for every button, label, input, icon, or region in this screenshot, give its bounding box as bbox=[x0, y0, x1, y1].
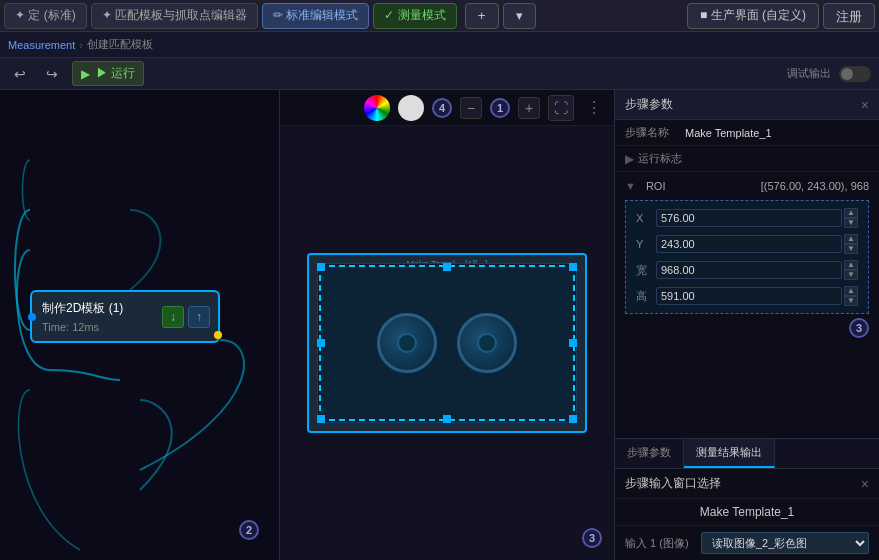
cassette-image: Make Templ... [1][...] bbox=[307, 253, 587, 433]
white-balance-icon[interactable] bbox=[398, 95, 424, 121]
input-source-select[interactable]: 读取图像_2_彩色图 bbox=[701, 532, 869, 554]
param-run-flag: ▶ 运行标志 bbox=[615, 146, 879, 172]
tab-step-params[interactable]: 步骤参数 bbox=[615, 439, 684, 468]
badge-4: 4 bbox=[432, 98, 452, 118]
param-step-name: 步骤名称 Make Template_1 bbox=[615, 120, 879, 146]
action-bar: ↩ ↪ ▶ ▶ 运行 调试输出 bbox=[0, 58, 879, 90]
tab-standard-edit-label: ✏ 标准编辑模式 bbox=[273, 7, 358, 24]
input-section-close[interactable]: × bbox=[861, 476, 869, 492]
top-toolbar: ✦ 定 (标准) ✦ 匹配模板与抓取点编辑器 ✏ 标准编辑模式 ✓ 测量模式 +… bbox=[0, 0, 879, 32]
badge-3-right: 3 bbox=[849, 318, 869, 338]
roi-y-label: Y bbox=[636, 238, 656, 250]
tab-measure-output[interactable]: 测量结果输出 bbox=[684, 439, 775, 468]
input-section-header: 步骤输入窗口选择 × bbox=[615, 469, 879, 499]
tab-standard[interactable]: ✦ 定 (标准) bbox=[4, 3, 87, 29]
roi-row-height: 高 ▲ ▼ bbox=[630, 283, 864, 309]
badge-2: 2 bbox=[239, 520, 259, 540]
input-section-title: 步骤输入窗口选择 bbox=[625, 475, 721, 492]
roi-header: ▼ ROI [(576.00, 243.00), 968 bbox=[625, 176, 869, 196]
zoom-minus-button[interactable]: − bbox=[460, 97, 482, 119]
roi-row-x: X ▲ ▼ bbox=[630, 205, 864, 231]
production-label: ■ 生产界面 (自定义) bbox=[700, 7, 806, 24]
roi-h-down[interactable]: ▼ bbox=[844, 296, 858, 306]
roi-h-label: 高 bbox=[636, 289, 656, 304]
production-button[interactable]: ■ 生产界面 (自定义) bbox=[687, 3, 819, 29]
step-params: 步骤参数 × 步骤名称 Make Template_1 ▶ 运行标志 ▼ ROI… bbox=[615, 90, 879, 438]
undo-button[interactable]: ↩ bbox=[8, 63, 32, 85]
node-btn-execute[interactable]: ↓ bbox=[162, 306, 184, 328]
roi-expand[interactable]: ▼ bbox=[625, 180, 636, 192]
bottom-tab-bar: 步骤参数 测量结果输出 bbox=[615, 439, 879, 469]
badge-1: 1 bbox=[490, 98, 510, 118]
roi-h-spin: ▲ ▼ bbox=[844, 286, 858, 306]
roi-handle-lm[interactable] bbox=[317, 339, 325, 347]
roi-value-box: X ▲ ▼ Y ▲ ▼ bbox=[625, 200, 869, 314]
roi-x-spin: ▲ ▼ bbox=[844, 208, 858, 228]
debug-toggle[interactable] bbox=[839, 66, 871, 82]
tab-measure[interactable]: ✓ 测量模式 bbox=[373, 3, 456, 29]
roi-w-spin: ▲ ▼ bbox=[844, 260, 858, 280]
roi-y-input[interactable] bbox=[656, 235, 842, 253]
roi-w-input[interactable] bbox=[656, 261, 842, 279]
run-label: ▶ 运行 bbox=[96, 65, 135, 82]
tab-standard-edit[interactable]: ✏ 标准编辑模式 bbox=[262, 3, 369, 29]
roi-value-summary: [(576.00, 243.00), 968 bbox=[761, 180, 869, 192]
roi-h-input[interactable] bbox=[656, 287, 842, 305]
param-run-flag-label: 运行标志 bbox=[638, 151, 698, 166]
fullscreen-button[interactable]: ⛶ bbox=[548, 95, 574, 121]
roi-row-width: 宽 ▲ ▼ bbox=[630, 257, 864, 283]
roi-y-spin: ▲ ▼ bbox=[844, 234, 858, 254]
roi-x-down[interactable]: ▼ bbox=[844, 218, 858, 228]
roi-y-down[interactable]: ▼ bbox=[844, 244, 858, 254]
view-toolbar: 4 − 1 + ⛶ ⋮ bbox=[280, 90, 614, 126]
plus-button[interactable]: + bbox=[465, 3, 499, 29]
left-panel: 制作2D模板 (1) Time: 12ms ↓ ↑ 2 bbox=[0, 90, 280, 560]
roi-handle-tl[interactable] bbox=[317, 263, 325, 271]
roi-handle-bm[interactable] bbox=[443, 415, 451, 423]
run-icon: ▶ bbox=[81, 67, 90, 81]
register-button[interactable]: 注册 bbox=[823, 3, 875, 29]
flow-node-make-template[interactable]: 制作2D模板 (1) Time: 12ms ↓ ↑ bbox=[30, 290, 220, 343]
roi-handle-br[interactable] bbox=[569, 415, 577, 423]
roi-handle-rm[interactable] bbox=[569, 339, 577, 347]
roi-x-input[interactable] bbox=[656, 209, 842, 227]
roi-w-up[interactable]: ▲ bbox=[844, 260, 858, 270]
step-params-title: 步骤参数 bbox=[625, 96, 673, 113]
tab-match-label: ✦ 匹配模板与抓取点编辑器 bbox=[102, 7, 247, 24]
node-btn-upload[interactable]: ↑ bbox=[188, 306, 210, 328]
breadcrumb: Measurement › 创建匹配模板 bbox=[0, 32, 879, 58]
breadcrumb-separator: › bbox=[79, 39, 83, 51]
center-panel: 4 − 1 + ⛶ ⋮ Make Templ... [1][...] bbox=[280, 90, 614, 560]
breadcrumb-measurement[interactable]: Measurement bbox=[8, 39, 75, 51]
redo-button[interactable]: ↪ bbox=[40, 63, 64, 85]
image-canvas[interactable]: Make Templ... [1][...] bbox=[280, 126, 614, 560]
roi-y-up[interactable]: ▲ bbox=[844, 234, 858, 244]
param-step-name-value: Make Template_1 bbox=[685, 127, 869, 139]
roi-handle-tr[interactable] bbox=[569, 263, 577, 271]
roi-handle-bl[interactable] bbox=[317, 415, 325, 423]
roi-h-up[interactable]: ▲ bbox=[844, 286, 858, 296]
color-picker-icon[interactable] bbox=[364, 95, 390, 121]
roi-overlay[interactable] bbox=[319, 265, 575, 421]
run-flag-expand[interactable]: ▶ bbox=[625, 152, 634, 166]
roi-row-y: Y ▲ ▼ bbox=[630, 231, 864, 257]
step-params-close[interactable]: × bbox=[861, 97, 869, 113]
badge-3-center: 3 bbox=[582, 528, 602, 548]
input-template-name: Make Template_1 bbox=[615, 499, 879, 526]
zoom-plus-button[interactable]: + bbox=[518, 97, 540, 119]
run-button[interactable]: ▶ ▶ 运行 bbox=[72, 61, 144, 86]
input-row-label: 输入 1 (图像) bbox=[625, 536, 695, 551]
dropdown-button[interactable]: ▾ bbox=[503, 3, 536, 29]
roi-w-label: 宽 bbox=[636, 263, 656, 278]
tab-match[interactable]: ✦ 匹配模板与抓取点编辑器 bbox=[91, 3, 258, 29]
roi-label: ROI bbox=[646, 180, 666, 192]
main-content: 制作2D模板 (1) Time: 12ms ↓ ↑ 2 4 − bbox=[0, 90, 879, 560]
bottom-right-panel: 步骤参数 测量结果输出 步骤输入窗口选择 × Make Template_1 输… bbox=[615, 438, 879, 560]
roi-w-down[interactable]: ▼ bbox=[844, 270, 858, 280]
right-panel: 步骤参数 × 步骤名称 Make Template_1 ▶ 运行标志 ▼ ROI… bbox=[614, 90, 879, 560]
more-options-button[interactable]: ⋮ bbox=[582, 98, 606, 117]
flow-canvas[interactable]: 制作2D模板 (1) Time: 12ms ↓ ↑ 2 bbox=[0, 90, 279, 560]
roi-section: ▼ ROI [(576.00, 243.00), 968 X ▲ ▼ bbox=[615, 172, 879, 342]
roi-handle-tm[interactable] bbox=[443, 263, 451, 271]
roi-x-up[interactable]: ▲ bbox=[844, 208, 858, 218]
